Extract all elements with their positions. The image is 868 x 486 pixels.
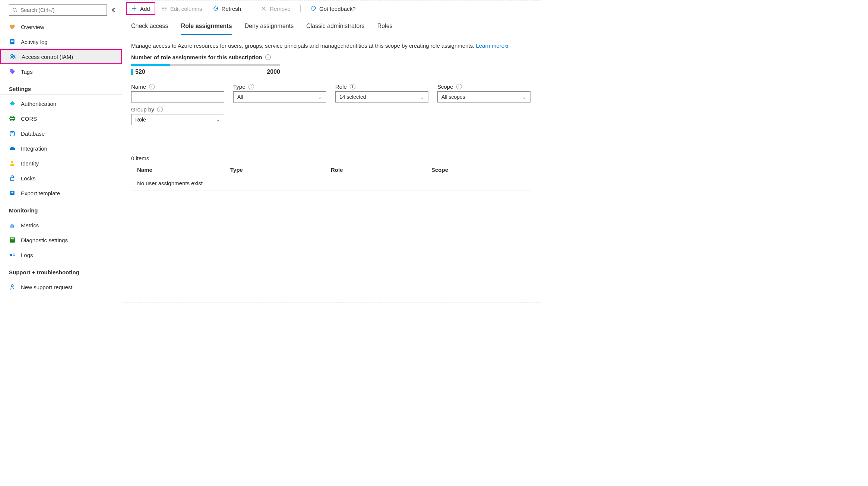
assignment-bar-fill xyxy=(131,64,170,66)
table: 0 items NameTypeRoleScope No user assign… xyxy=(131,155,532,190)
tab-deny-assignments[interactable]: Deny assignments xyxy=(245,23,294,35)
toolbar: Add Edit columns Refresh Remove Go xyxy=(122,0,541,17)
svg-rect-12 xyxy=(11,178,14,181)
heart-icon xyxy=(9,23,16,30)
edit-columns-button: Edit columns xyxy=(157,2,207,15)
info-icon[interactable]: i xyxy=(350,84,355,89)
svg-point-6 xyxy=(13,55,15,57)
table-col-scope[interactable]: Scope xyxy=(431,167,526,173)
sidebar-item-diagnostic-settings[interactable]: Diagnostic settings xyxy=(0,233,122,247)
table-col-type[interactable]: Type xyxy=(230,167,331,173)
name-input[interactable] xyxy=(131,91,224,102)
search-input[interactable] xyxy=(20,7,104,13)
svg-point-8 xyxy=(10,116,15,121)
collapse-sidebar-icon[interactable] xyxy=(111,7,116,13)
assignment-bar-values: 520 2000 xyxy=(131,69,280,75)
add-button[interactable]: Add xyxy=(126,2,155,15)
svg-line-1 xyxy=(16,11,18,13)
sidebar-item-activity-log[interactable]: Activity log xyxy=(0,34,122,49)
search-icon xyxy=(12,7,18,13)
role-label: Role xyxy=(335,83,347,90)
sidebar-item-label: Export template xyxy=(21,190,60,196)
tab-role-assignments[interactable]: Role assignments xyxy=(181,23,232,35)
info-icon[interactable]: i xyxy=(456,84,462,89)
logs-icon xyxy=(9,252,16,258)
filters: Namei Typei All ⌄ Rolei 14 selected ⌄ Sc… xyxy=(131,83,532,102)
learn-more-link[interactable]: Learn more⧉ xyxy=(476,42,509,49)
refresh-label: Refresh xyxy=(222,6,241,12)
db-icon xyxy=(9,130,16,137)
type-select[interactable]: All ⌄ xyxy=(233,91,326,102)
role-value: 14 selected xyxy=(339,94,366,100)
svg-point-20 xyxy=(10,254,12,256)
role-select[interactable]: 14 selected ⌄ xyxy=(335,91,428,102)
toolbar-separator xyxy=(251,5,251,12)
refresh-button[interactable]: Refresh xyxy=(208,2,246,15)
info-icon[interactable]: i xyxy=(149,84,155,89)
sidebar-item-new-support-request[interactable]: New support request xyxy=(0,280,122,294)
tab-classic-administrators[interactable]: Classic administrators xyxy=(306,23,364,35)
cors-icon xyxy=(9,115,16,122)
sidebar-item-integration[interactable]: Integration xyxy=(0,141,122,156)
svg-rect-18 xyxy=(11,239,14,239)
id-icon xyxy=(9,160,16,167)
svg-point-11 xyxy=(11,161,13,163)
tab-roles[interactable]: Roles xyxy=(377,23,393,35)
sidebar-item-authentication[interactable]: Authentication xyxy=(0,96,122,111)
sidebar: OverviewActivity logAccess control (IAM)… xyxy=(0,0,122,303)
description: Manage access to Azure resources for use… xyxy=(131,42,532,50)
feedback-label: Got feedback? xyxy=(319,6,356,12)
sidebar-item-metrics[interactable]: Metrics xyxy=(0,218,122,233)
table-empty-row: No user assignments exist xyxy=(131,176,532,190)
filter-scope: Scopei All scopes ⌄ xyxy=(437,83,530,102)
type-label: Type xyxy=(233,83,245,90)
sidebar-section-settings: Settings xyxy=(0,79,122,95)
scope-select[interactable]: All scopes ⌄ xyxy=(437,91,530,102)
table-col-name[interactable]: Name xyxy=(137,167,230,173)
sidebar-item-locks[interactable]: Locks xyxy=(0,171,122,186)
svg-point-0 xyxy=(13,8,16,12)
sidebar-item-cors[interactable]: CORS xyxy=(0,111,122,126)
groupby-select[interactable]: Role ⌄ xyxy=(131,114,224,125)
sidebar-section-support-troubleshooting: Support + troubleshooting xyxy=(0,262,122,278)
sidebar-item-label: Integration xyxy=(21,145,47,152)
svg-point-10 xyxy=(10,131,14,133)
svg-rect-19 xyxy=(11,240,14,240)
log-icon xyxy=(9,38,16,45)
sidebar-item-access-control-iam-[interactable]: Access control (IAM) xyxy=(0,49,122,64)
type-value: All xyxy=(237,94,243,100)
sidebar-item-logs[interactable]: Logs xyxy=(0,247,122,262)
sidebar-item-tags[interactable]: Tags xyxy=(0,64,122,79)
svg-rect-3 xyxy=(11,40,14,41)
external-link-icon: ⧉ xyxy=(505,44,509,49)
feedback-button[interactable]: Got feedback? xyxy=(306,2,360,15)
sidebar-item-label: Tags xyxy=(21,69,33,75)
info-icon[interactable]: i xyxy=(157,107,163,112)
heart-icon xyxy=(310,6,316,12)
sidebar-item-overview[interactable]: Overview xyxy=(0,19,122,34)
sidebar-item-identity[interactable]: Identity xyxy=(0,156,122,171)
assignment-max: 2000 xyxy=(267,69,280,75)
sidebar-item-label: Database xyxy=(21,130,45,137)
svg-point-23 xyxy=(11,285,13,287)
sidebar-item-label: Activity log xyxy=(21,39,48,45)
info-icon[interactable]: i xyxy=(265,54,271,60)
people-icon xyxy=(10,53,16,60)
columns-icon xyxy=(161,6,167,12)
assignment-count-label: Number of role assignments for this subs… xyxy=(131,54,532,60)
scope-value: All scopes xyxy=(441,94,465,100)
metrics-icon xyxy=(9,222,16,228)
search-box[interactable] xyxy=(9,4,107,16)
sidebar-section-monitoring: Monitoring xyxy=(0,201,122,216)
info-icon[interactable]: i xyxy=(248,84,254,89)
sidebar-item-label: Overview xyxy=(21,24,44,30)
sidebar-item-label: CORS xyxy=(21,116,37,122)
sidebar-item-database[interactable]: Database xyxy=(0,126,122,141)
svg-rect-16 xyxy=(13,225,14,228)
table-col-role[interactable]: Role xyxy=(331,167,431,173)
tabs: Check accessRole assignmentsDeny assignm… xyxy=(122,17,541,35)
sidebar-item-export-template[interactable]: Export template xyxy=(0,186,122,201)
tab-check-access[interactable]: Check access xyxy=(131,23,168,35)
bar-marker xyxy=(131,69,133,75)
toolbar-separator xyxy=(300,5,301,12)
